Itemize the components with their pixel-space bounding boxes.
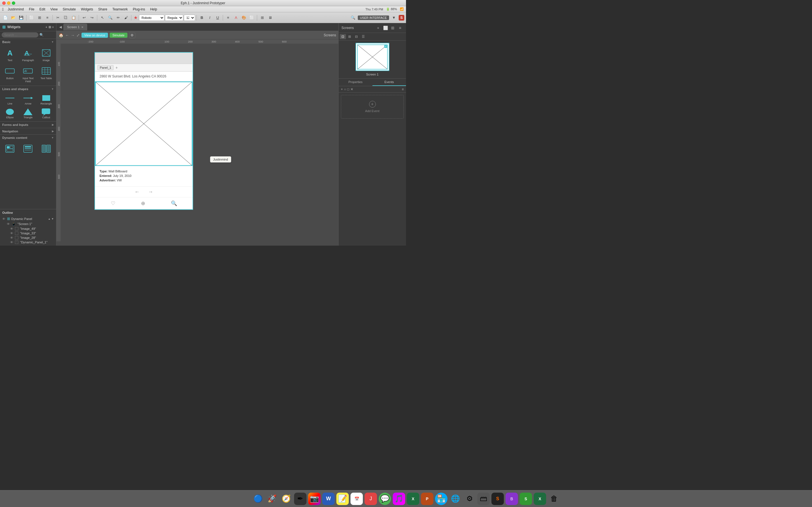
- eye-icon-screen1[interactable]: 👁: [7, 222, 10, 226]
- menu-file[interactable]: File: [27, 7, 36, 12]
- list-button[interactable]: ≡: [44, 14, 51, 21]
- search-icon[interactable]: 🔍: [40, 33, 44, 37]
- delete-event-btn[interactable]: ✕: [350, 87, 353, 91]
- widget-image[interactable]: Image: [38, 46, 55, 64]
- widget-ellipse[interactable]: Ellipse: [1, 107, 18, 120]
- widget-triangle[interactable]: Triangle: [19, 107, 37, 120]
- open-button[interactable]: 📂: [10, 14, 17, 21]
- font-size-select[interactable]: 12: [184, 15, 195, 21]
- new-button[interactable]: 📄: [2, 14, 9, 21]
- menu-view[interactable]: View: [48, 7, 60, 12]
- cut-button[interactable]: ✂: [54, 14, 61, 21]
- canvas-tab-screen1[interactable]: Screen 1 ✕: [63, 24, 87, 31]
- outline-dynamic-panel-1[interactable]: 👁 " "Dynamic_Panel_1": [2, 240, 54, 244]
- expand-icon[interactable]: ⤢: [77, 33, 80, 38]
- widget-grid-button[interactable]: ⊞: [49, 25, 51, 29]
- undo-button[interactable]: ↩: [80, 14, 88, 21]
- outline-image28[interactable]: 👁 "Image_28": [2, 235, 54, 240]
- align-button[interactable]: ≡: [224, 14, 232, 21]
- event-options-btn[interactable]: ≡: [402, 87, 404, 91]
- small-thumb-view-button[interactable]: ⊟: [353, 34, 359, 39]
- eye-icon-dynamic1[interactable]: 👁: [10, 240, 13, 244]
- outline-dynamic-panel[interactable]: 👁 ⊞ Dynamic Panel ▲ ▼: [2, 216, 54, 221]
- paint-button[interactable]: 🖌: [122, 14, 130, 21]
- menu-justinmind[interactable]: Justinmind: [5, 7, 26, 12]
- widget-add-button[interactable]: +: [45, 25, 47, 29]
- move-down-icon[interactable]: ▼: [51, 217, 54, 220]
- outline-image33[interactable]: 👁 "Image_33": [2, 231, 54, 235]
- category-dynamic[interactable]: Dynamic content ▼: [0, 135, 56, 141]
- plus-circle-icon[interactable]: ⊕: [141, 200, 145, 207]
- heart-icon[interactable]: ♡: [111, 200, 115, 207]
- color-button[interactable]: A: [232, 14, 240, 21]
- menu-widgets[interactable]: Widgets: [79, 7, 95, 12]
- paste-button[interactable]: 📋: [70, 14, 77, 21]
- widget-input-text-field[interactable]: AI Input Text Field: [19, 64, 37, 85]
- close-button[interactable]: [2, 1, 6, 5]
- search-input[interactable]: [2, 33, 38, 38]
- move-up-icon[interactable]: ▲: [48, 217, 50, 220]
- menu-edit[interactable]: Edit: [37, 7, 48, 12]
- settings-button[interactable]: ⚙: [129, 32, 135, 38]
- pen-button[interactable]: ✏: [114, 14, 122, 21]
- medium-thumb-view-button[interactable]: ⊞: [347, 34, 353, 39]
- screen-button[interactable]: ⬜: [28, 14, 35, 21]
- nav-arrow-right[interactable]: →: [148, 189, 153, 195]
- prev-screen-icon[interactable]: ←: [65, 33, 69, 38]
- next-screen-icon[interactable]: →: [71, 33, 75, 38]
- simulate-button[interactable]: Simulate: [110, 33, 128, 38]
- outline-image49[interactable]: 👁 "Image_49": [2, 226, 54, 231]
- category-navigation[interactable]: Navigation ▶: [0, 128, 56, 134]
- underline-button[interactable]: U: [214, 14, 221, 21]
- add-event-plus-button[interactable]: +: [369, 101, 376, 108]
- traffic-lights[interactable]: [2, 1, 15, 5]
- back-to-screens-icon[interactable]: 🏠: [59, 33, 63, 38]
- menu-plugins[interactable]: Plug-ins: [131, 7, 147, 12]
- widget-dynamic-1[interactable]: [1, 142, 18, 156]
- search-canvas-button[interactable]: 🔍: [107, 14, 114, 21]
- category-forms[interactable]: Forms and Inputs ▶: [0, 122, 56, 128]
- border-button[interactable]: ⬜: [248, 14, 255, 21]
- menu-teamwork[interactable]: Teamwork: [110, 7, 130, 12]
- ui-interface-badge[interactable]: USER INTERFACE: [358, 15, 389, 20]
- copy-button[interactable]: ⿻: [62, 14, 69, 21]
- search-button[interactable]: 🔍: [349, 14, 357, 21]
- nav-arrow-left[interactable]: ←: [135, 189, 140, 195]
- distribute-button[interactable]: ⊞: [259, 14, 266, 21]
- add-screen-button[interactable]: +: [375, 25, 381, 31]
- eye-icon-image33[interactable]: 👁: [10, 231, 13, 235]
- view-device-button[interactable]: View on device: [82, 33, 108, 38]
- add-event-btn[interactable]: +: [341, 87, 343, 91]
- font-style-select[interactable]: Regular: [165, 15, 183, 21]
- redo-button[interactable]: ↪: [88, 14, 96, 21]
- brand-s-button[interactable]: S: [399, 15, 404, 20]
- category-lines-shapes[interactable]: Lines and shapes ▼: [0, 86, 56, 92]
- widget-callout[interactable]: Callout: [38, 107, 55, 120]
- canvas-inner[interactable]: Panel_1 + 2860 W Sunset Blvd. Los Angele…: [61, 44, 338, 241]
- add-event-area[interactable]: + Add Event: [341, 95, 404, 119]
- menu-simulate[interactable]: Simulate: [60, 7, 78, 12]
- menu-help[interactable]: Help: [148, 7, 159, 12]
- widget-dynamic-2[interactable]: [19, 142, 37, 156]
- widget-paragraph[interactable]: A Paragraph: [19, 46, 37, 64]
- fill-button[interactable]: 🎨: [240, 14, 248, 21]
- properties-tab[interactable]: Properties: [339, 78, 372, 86]
- category-basic[interactable]: Basic ▼: [0, 39, 56, 45]
- widget-dynamic-3[interactable]: [38, 142, 55, 156]
- outline-screen1[interactable]: 👁 📱 "Screen 1": [2, 221, 54, 226]
- event-square-btn[interactable]: □: [347, 87, 349, 91]
- eye-icon-image28[interactable]: 👁: [10, 236, 13, 239]
- search-glass-icon[interactable]: 🔍: [171, 200, 177, 207]
- select-button[interactable]: ↖: [99, 14, 106, 21]
- screen1-thumb-image[interactable]: ✓: [356, 43, 389, 71]
- widget-text-table[interactable]: Text Table: [38, 64, 55, 85]
- canvas-nav-back[interactable]: ◀: [57, 25, 63, 29]
- save-button[interactable]: 💾: [17, 14, 25, 21]
- widget-button[interactable]: Button: [1, 64, 18, 85]
- list-view-button[interactable]: ≡: [397, 25, 403, 31]
- font-select[interactable]: Roboto: [139, 15, 164, 21]
- widget-line[interactable]: Line: [1, 93, 18, 107]
- italic-button[interactable]: I: [206, 14, 213, 21]
- grid-button[interactable]: ⊞: [36, 14, 43, 21]
- panel-tab-add-icon[interactable]: +: [115, 65, 117, 70]
